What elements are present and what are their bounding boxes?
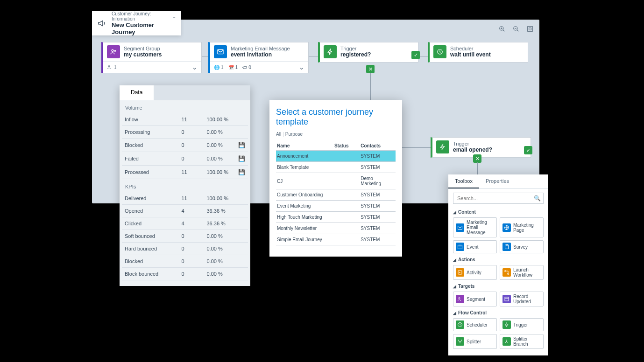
svg-point-15 <box>505 271 506 272</box>
toolbox-section-content[interactable]: ◢ Content <box>448 208 548 216</box>
template-modal: Select a customer journey template All|P… <box>269 100 402 257</box>
modal-title: Select a customer journey template <box>276 107 396 127</box>
expand-node-button[interactable] <box>299 63 304 71</box>
split-icon <box>456 337 464 346</box>
record-icon <box>502 295 511 303</box>
svg-rect-11 <box>458 245 462 249</box>
check-badge-icon: ✓ <box>411 51 420 59</box>
table-row[interactable]: Processed11100.00 %💾 <box>122 166 248 179</box>
tab-properties[interactable]: Properties <box>479 174 516 188</box>
modal-filter[interactable]: All|Purpose <box>276 132 396 137</box>
svg-point-6 <box>108 66 110 67</box>
tool-survey[interactable]: Survey <box>500 240 544 253</box>
save-icon[interactable]: 💾 <box>238 155 245 162</box>
activity-icon <box>456 268 464 277</box>
svg-rect-18 <box>505 297 509 301</box>
clipboard-icon <box>502 243 511 251</box>
template-row[interactable]: CJDemo Marketing <box>276 173 396 189</box>
bolt-icon <box>502 320 511 329</box>
zoom-in-button[interactable] <box>497 24 507 34</box>
toolbox-section-actions[interactable]: ◢ Actions <box>448 255 548 263</box>
node-scheduler[interactable]: Schedulerwait until event <box>428 42 528 63</box>
tool-scheduler[interactable]: Scheduler <box>453 318 497 331</box>
megaphone-icon <box>97 17 108 29</box>
journey-header: Customer Journey: Information ⌄ New Cust… <box>92 11 181 35</box>
table-row[interactable]: Clicked436.36 % <box>122 217 248 230</box>
table-row[interactable]: Blocked00.00 %💾 <box>122 139 248 152</box>
tool-marketing-email-message[interactable]: Marketing Email Message <box>453 217 497 237</box>
node-trigger-registered[interactable]: Triggerregistered? ✓ <box>318 42 418 63</box>
workflow-icon <box>502 268 511 277</box>
node-email-message[interactable]: Marketing Email Messageevent invitation … <box>208 42 309 73</box>
table-row[interactable]: Hard bounced00.00 % <box>122 243 248 255</box>
node-segment-group[interactable]: Segment Groupmy customers 1 <box>101 42 202 73</box>
tool-trigger[interactable]: Trigger <box>500 318 544 331</box>
save-icon[interactable]: 💾 <box>238 169 245 175</box>
table-row[interactable]: Processing00.00 % <box>122 126 248 139</box>
template-row[interactable]: AnnouncementSYSTEM <box>276 151 396 162</box>
svg-point-17 <box>459 298 460 299</box>
table-row[interactable]: Blocked00.00 % <box>122 255 248 268</box>
search-icon[interactable]: 🔍 <box>534 195 541 202</box>
toolbox-section-targets[interactable]: ◢ Targets <box>448 282 548 290</box>
tool-launch-workflow[interactable]: Launch Workflow <box>500 265 544 280</box>
clock-icon <box>456 320 464 329</box>
volume-label: Volume <box>120 100 250 113</box>
template-row[interactable]: High Touch MarketingSYSTEM <box>276 212 396 223</box>
template-row[interactable]: Blank TemplateSYSTEM <box>276 162 396 173</box>
table-row[interactable]: Soft bounced00.00 % <box>122 230 248 243</box>
clock-icon <box>433 45 446 58</box>
save-icon[interactable]: 💾 <box>238 142 245 148</box>
breadcrumb[interactable]: Customer Journey: Information ⌄ <box>112 11 176 21</box>
svg-rect-3 <box>529 28 531 30</box>
svg-point-5 <box>114 50 116 52</box>
search-input[interactable] <box>453 193 544 204</box>
tool-activity[interactable]: Activity <box>453 265 497 280</box>
globe-icon <box>502 223 511 232</box>
tab-data[interactable]: Data <box>120 85 154 100</box>
envelope-icon <box>456 223 464 232</box>
tab-toolbox[interactable]: Toolbox <box>448 174 479 188</box>
segment-count: 1 <box>107 64 117 70</box>
toolbox-panel: Toolbox Properties 🔍 ◢ ContentMarketing … <box>448 174 548 355</box>
table-row[interactable]: Inflow11100.00 % <box>122 113 248 126</box>
data-panel: Data Volume Inflow11100.00 %Processing00… <box>120 85 250 286</box>
tool-marketing-page[interactable]: Marketing Page <box>500 217 544 237</box>
svg-rect-2 <box>528 27 533 32</box>
table-row[interactable]: Opened436.36 % <box>122 205 248 217</box>
svg-point-4 <box>112 49 113 51</box>
tool-segment[interactable]: Segment <box>453 292 497 306</box>
template-table: NameStatusContacts AnnouncementSYSTEMBla… <box>276 141 396 245</box>
svg-point-16 <box>508 273 509 275</box>
table-row[interactable]: Delivered11100.00 % <box>122 192 248 205</box>
bolt-icon <box>324 45 337 58</box>
kpi-label: KPIs <box>120 179 250 192</box>
template-row[interactable]: Event MarketingSYSTEM <box>276 201 396 212</box>
tool-splitter[interactable]: Splitter <box>453 334 497 349</box>
expand-node-button[interactable] <box>192 63 198 71</box>
people-icon <box>107 45 120 58</box>
calendar-icon <box>456 243 464 251</box>
bolt-icon <box>436 140 449 153</box>
tool-splitter-branch[interactable]: Splitter Branch <box>500 334 544 349</box>
table-row[interactable]: Block bounced00.00 % <box>122 268 248 280</box>
toolbox-section-flow[interactable]: ◢ Flow Control <box>448 308 548 316</box>
check-badge-icon: ✓ <box>524 146 532 154</box>
tool-record-updated[interactable]: Record Updated <box>500 292 544 306</box>
template-row[interactable]: Customer OnboardingSYSTEM <box>276 189 396 201</box>
template-row[interactable]: Simple Email JourneySYSTEM <box>276 234 396 245</box>
envelope-icon <box>214 45 227 58</box>
table-row[interactable]: Failed00.00 %💾 <box>122 152 248 166</box>
fit-button[interactable] <box>525 24 535 34</box>
template-row[interactable]: Monthly NewsletterSYSTEM <box>276 223 396 234</box>
people-icon <box>456 295 464 303</box>
x-badge-icon: ✕ <box>473 154 481 163</box>
volume-table: Inflow11100.00 %Processing00.00 %Blocked… <box>122 113 248 179</box>
page-title: New Customer Journey <box>112 21 176 35</box>
tool-event[interactable]: Event <box>453 240 497 253</box>
kpi-table: Delivered11100.00 %Opened436.36 %Clicked… <box>122 192 248 280</box>
zoom-out-button[interactable] <box>511 24 521 34</box>
x-badge-icon: ✕ <box>366 65 375 73</box>
branch-icon <box>502 337 511 346</box>
